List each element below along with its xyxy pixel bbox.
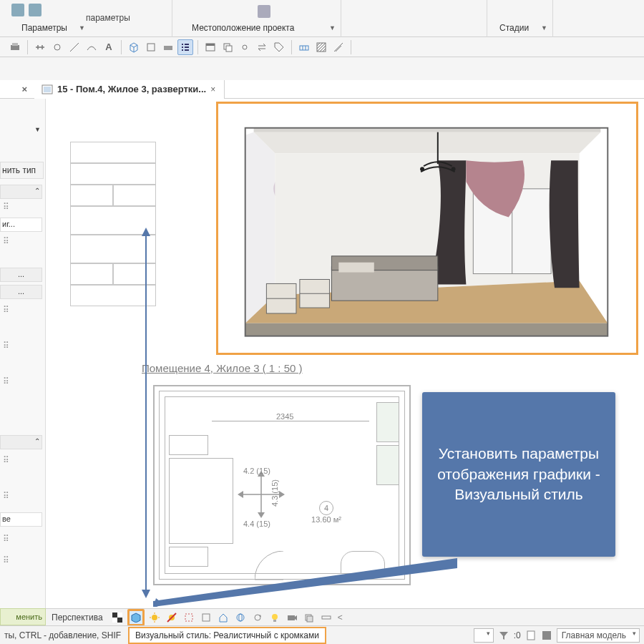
box-icon[interactable]: [143, 39, 159, 55]
svg-rect-58: [288, 615, 295, 620]
refresh-icon[interactable]: [250, 611, 265, 624]
camera-icon[interactable]: [285, 611, 299, 624]
crop-icon[interactable]: [182, 611, 196, 624]
stack-icon[interactable]: [302, 611, 316, 624]
scroll-left-icon[interactable]: <: [338, 613, 343, 623]
align-icon[interactable]: [32, 39, 48, 55]
drawing-canvas[interactable]: Помещение 4, Жилое 3 ( 1 : 50 ) 2345 4.2…: [46, 99, 644, 608]
cube-icon[interactable]: [126, 39, 142, 55]
svg-rect-43: [112, 613, 117, 618]
svg-rect-60: [307, 616, 313, 622]
grip-icon[interactable]: ⠿: [3, 376, 9, 386]
tool-icon[interactable]: [49, 39, 65, 55]
svg-rect-4: [164, 46, 172, 50]
dropdown-indicator-icon[interactable]: ▼: [329, 24, 336, 31]
tab-close-prev[interactable]: ×: [0, 84, 34, 94]
swap-icon[interactable]: [254, 39, 270, 55]
sun-off-icon[interactable]: [165, 611, 179, 624]
filter-icon[interactable]: [498, 630, 509, 641]
ribbon-icon-2[interactable]: [29, 4, 42, 16]
line-icon[interactable]: [67, 39, 82, 55]
page-icon[interactable]: [525, 630, 537, 641]
svg-rect-9: [300, 46, 308, 50]
prop-row-btn1[interactable]: ...: [0, 268, 42, 282]
hatch-icon[interactable]: [313, 39, 329, 55]
svg-rect-57: [273, 620, 276, 622]
panel-dropdown-icon[interactable]: ▼: [34, 126, 41, 133]
visual-style-button[interactable]: [127, 609, 145, 626]
sheet-icon: [42, 84, 53, 94]
print-icon[interactable]: [7, 39, 23, 55]
grip-icon[interactable]: ⠿: [3, 236, 9, 246]
visual-style-tooltip: Визуальный стиль: Реалистичный с кромкам…: [128, 627, 326, 644]
svg-rect-0: [11, 45, 19, 50]
svg-rect-6: [206, 44, 215, 46]
svg-marker-13: [254, 132, 601, 154]
grip-icon[interactable]: ⠿: [3, 534, 9, 544]
render-preview-frame: [216, 102, 638, 355]
quick-toolbar: A: [0, 37, 644, 57]
grip-icon[interactable]: ⠿: [3, 555, 9, 565]
grip-icon[interactable]: ⠿: [3, 202, 9, 212]
dropdown-indicator-icon[interactable]: ▼: [541, 24, 547, 31]
grip-icon[interactable]: ⠿: [3, 491, 9, 501]
svg-rect-8: [226, 46, 232, 52]
ruler-icon[interactable]: [319, 611, 333, 624]
svg-point-54: [237, 614, 244, 621]
svg-point-56: [272, 614, 278, 620]
apply-button[interactable]: менить: [0, 608, 46, 625]
curve-icon[interactable]: [84, 39, 99, 55]
globe-icon[interactable]: [233, 611, 248, 624]
view-caption: Помещение 4, Жилое 3 ( 1 : 50 ): [142, 362, 303, 374]
prop-row-ve[interactable]: ве: [0, 512, 42, 527]
svg-marker-38: [153, 598, 163, 607]
grip-icon[interactable]: ⠿: [3, 305, 9, 315]
dim-h: 4.2 (15): [243, 467, 270, 475]
list-icon[interactable]: [177, 39, 193, 55]
selection-combo[interactable]: [474, 628, 494, 643]
ribbon-icon-1[interactable]: [11, 4, 24, 16]
sun-icon[interactable]: [147, 611, 162, 624]
room-tag: 4 13.60 м²: [305, 501, 348, 524]
view-tab-active[interactable]: 15 - Пом.4, Жилое 3, развертки... ×: [34, 80, 225, 99]
link-icon[interactable]: [237, 39, 253, 55]
dim-v: 4.3 (15): [270, 479, 279, 507]
copy-icon[interactable]: [220, 39, 235, 55]
ribbon-panel-stages: Стадии: [499, 23, 529, 33]
model-icon[interactable]: [541, 630, 552, 641]
model-combo[interactable]: Главная модель: [557, 628, 640, 643]
ribbon-label-params: параметры: [86, 13, 130, 23]
object-icon[interactable]: [160, 39, 176, 55]
dim-top: 2345: [276, 412, 293, 421]
edit-type-button[interactable]: нить тип: [0, 162, 44, 179]
tag-icon[interactable]: [271, 39, 287, 55]
bulb-icon[interactable]: [268, 611, 282, 624]
grip-icon[interactable]: ⠿: [3, 455, 9, 465]
properties-panel: ▼ нить тип ⌃ ⠿ иг... ⠿ ... ... ⠿ ⠿ ⠿ ⌃ ⠿…: [0, 99, 46, 608]
svg-point-2: [54, 44, 60, 50]
tab-title: 15 - Пом.4, Жилое 3, развертки...: [57, 84, 206, 94]
grip-icon[interactable]: ⠿: [3, 341, 9, 351]
prop-group-row[interactable]: ⌃: [0, 185, 42, 199]
floor-plan: 2345 4.2 (15) 4.3 (15) 4.4 (15) 4 13.60 …: [153, 385, 411, 585]
status-hint: ты, CTRL - добавление, SHIF: [0, 630, 125, 640]
svg-rect-52: [185, 614, 192, 621]
crop2-icon[interactable]: [199, 611, 213, 624]
callout-text: Установить параметры отображения графики…: [435, 444, 602, 504]
tab-close-icon[interactable]: ×: [210, 84, 217, 94]
home-icon[interactable]: [216, 611, 230, 624]
status-zero: :0: [514, 630, 521, 640]
grid-icon[interactable]: [296, 39, 312, 55]
svg-rect-30: [338, 263, 374, 273]
checker-icon[interactable]: [110, 611, 125, 624]
ribbon-icon-loc[interactable]: [258, 5, 270, 18]
dropdown-indicator-icon[interactable]: ▼: [79, 24, 85, 31]
prop-row-btn2[interactable]: ...: [0, 285, 42, 299]
prop-group-row2[interactable]: ⌃: [0, 435, 42, 449]
text-icon[interactable]: A: [101, 39, 117, 55]
svg-marker-22: [245, 323, 608, 336]
dim-b: 4.4 (15): [243, 519, 270, 528]
measure-icon[interactable]: [331, 39, 346, 55]
window-icon[interactable]: [203, 39, 218, 55]
prop-row-ig[interactable]: иг...: [0, 218, 42, 232]
